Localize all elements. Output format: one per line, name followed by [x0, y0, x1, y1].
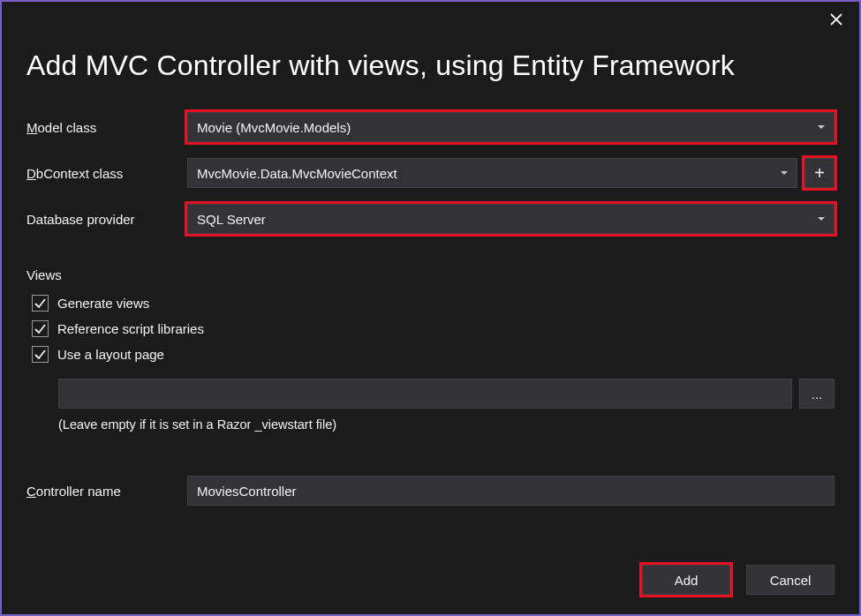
label-model-class: Model class	[26, 120, 187, 135]
combo-model-class-value: Movie (MvcMovie.Models)	[197, 120, 351, 135]
controller-name-input[interactable]	[187, 476, 835, 506]
checkbox-generate-views[interactable]	[32, 295, 49, 312]
dialog-title: Add MVC Controller with views, using Ent…	[26, 49, 835, 82]
combo-db-provider-value: SQL Server	[197, 212, 266, 227]
row-layout-path: ...	[58, 379, 835, 409]
label-reference-scripts: Reference script libraries	[57, 321, 204, 336]
label-controller-name: Controller name	[26, 484, 187, 499]
row-model-class: Model class Movie (MvcMovie.Models)	[26, 112, 835, 142]
check-icon	[34, 297, 46, 309]
cancel-button[interactable]: Cancel	[746, 565, 835, 595]
dialog-root: Add MVC Controller with views, using Ent…	[2, 2, 859, 614]
combo-db-provider[interactable]: SQL Server	[187, 204, 835, 234]
chevron-down-icon	[818, 217, 825, 221]
combo-dbcontext-value: MvcMovie.Data.MvcMovieContext	[197, 166, 397, 181]
check-row-use-layout: Use a layout page	[32, 346, 835, 363]
check-icon	[34, 349, 46, 360]
layout-path-input[interactable]	[58, 379, 792, 409]
check-row-reference-scripts: Reference script libraries	[32, 320, 835, 337]
chevron-down-icon	[781, 171, 788, 175]
close-icon	[830, 13, 842, 26]
label-generate-views: Generate views	[57, 296, 149, 311]
add-button[interactable]: Add	[642, 565, 730, 595]
label-views-section: Views	[26, 267, 835, 282]
button-bar: Add Cancel	[26, 547, 835, 595]
ellipsis-icon: ...	[812, 387, 823, 402]
plus-icon: +	[814, 163, 825, 184]
add-dbcontext-button[interactable]: +	[804, 158, 835, 188]
label-db-provider: Database provider	[26, 212, 187, 227]
chevron-down-icon	[818, 125, 825, 129]
check-row-generate-views: Generate views	[32, 295, 835, 312]
check-icon	[34, 323, 46, 334]
row-dbcontext: DbContext class MvcMovie.Data.MvcMovieCo…	[26, 158, 835, 188]
layout-hint: (Leave empty if it is set in a Razor _vi…	[58, 417, 835, 432]
combo-dbcontext[interactable]: MvcMovie.Data.MvcMovieContext	[187, 158, 797, 188]
checkbox-reference-scripts[interactable]	[32, 320, 49, 337]
label-use-layout: Use a layout page	[57, 347, 164, 362]
close-button[interactable]	[824, 7, 849, 32]
row-db-provider: Database provider SQL Server	[26, 204, 835, 234]
combo-model-class[interactable]: Movie (MvcMovie.Models)	[187, 112, 835, 142]
row-controller-name: Controller name	[26, 476, 835, 506]
label-dbcontext: DbContext class	[26, 166, 187, 181]
checkbox-use-layout[interactable]	[32, 346, 49, 363]
browse-layout-button[interactable]: ...	[799, 379, 835, 409]
